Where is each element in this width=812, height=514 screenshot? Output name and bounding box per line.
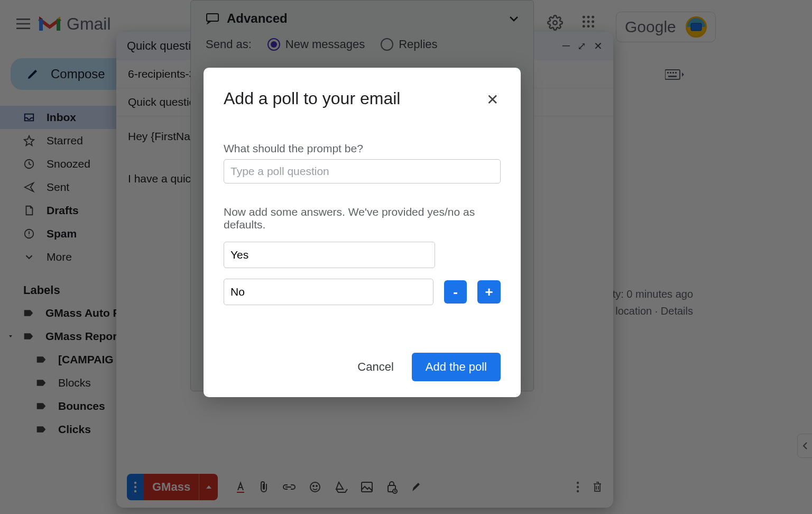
poll-title: Add a poll to your email: [224, 89, 400, 108]
answers-label: Now add some answers. We've provided yes…: [224, 206, 501, 231]
poll-modal: Add a poll to your email ✕ What should t…: [204, 68, 521, 397]
cancel-button[interactable]: Cancel: [354, 355, 396, 379]
answer-input-1[interactable]: [224, 242, 435, 268]
remove-answer-button[interactable]: -: [444, 280, 467, 304]
add-answer-button[interactable]: +: [477, 280, 501, 304]
poll-question-input[interactable]: [224, 159, 501, 183]
close-icon[interactable]: ✕: [484, 89, 501, 111]
add-poll-button[interactable]: Add the poll: [412, 353, 501, 381]
prompt-label: What should the prompt be?: [224, 142, 501, 155]
answer-input-2[interactable]: [224, 279, 433, 305]
